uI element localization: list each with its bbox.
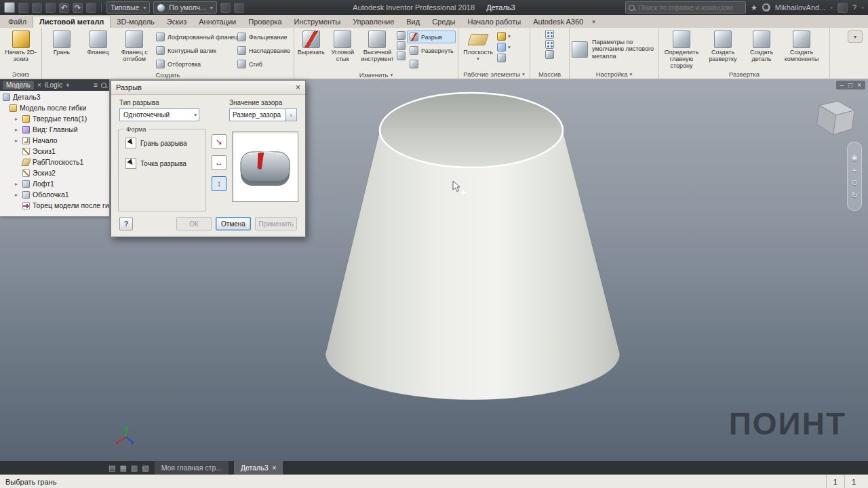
- chevron-down-icon[interactable]: ▾: [508, 33, 511, 39]
- group-label-work-features[interactable]: Рабочие элементы ▾: [458, 69, 530, 79]
- split-icon[interactable]: [397, 41, 406, 50]
- tab-sheet-metal[interactable]: Листовой металл: [33, 16, 111, 28]
- unfold-button[interactable]: Развернуть: [407, 44, 456, 57]
- help-search-box[interactable]: [625, 1, 746, 14]
- face-button[interactable]: Грань: [44, 29, 79, 70]
- flip-direction-button-1[interactable]: ↘: [212, 134, 226, 149]
- bend-button[interactable]: Сгиб: [235, 58, 292, 70]
- grid-view-icon[interactable]: ▦: [119, 464, 126, 472]
- ucs-icon[interactable]: [497, 54, 506, 62]
- tab-environments[interactable]: Среды: [426, 16, 461, 28]
- tree-node-sketch1[interactable]: ▸ Эскиз1: [0, 146, 109, 157]
- tree-node-loft1[interactable]: ▸ Лофт1: [0, 178, 109, 189]
- tree-node-folded-model[interactable]: Модель после гибки: [0, 102, 109, 113]
- sheet-metal-defaults-button[interactable]: Параметры по умолчанию листового металла: [589, 38, 656, 60]
- zoom-icon[interactable]: ⊙: [851, 178, 857, 187]
- work-point-icon[interactable]: [497, 43, 506, 52]
- favorites-star-icon[interactable]: ★: [751, 3, 757, 12]
- make-components-button[interactable]: Создать компоненты: [781, 29, 823, 70]
- browser-tab-model[interactable]: Модель: [3, 81, 34, 89]
- thicken-icon[interactable]: [397, 31, 406, 40]
- group-label-sketch[interactable]: Эскиз: [0, 69, 41, 79]
- styles-dropdown[interactable]: Типовые ▾: [106, 1, 150, 14]
- fold-button[interactable]: Фальцевание: [235, 30, 292, 43]
- refold-button[interactable]: [407, 58, 456, 70]
- doc-tab-part3[interactable]: Деталь3 ×: [234, 461, 283, 474]
- viewcube[interactable]: [814, 97, 857, 140]
- browser-tab-ilogic[interactable]: iLogic: [45, 81, 62, 89]
- contour-flange-button[interactable]: Фланец с отгибом: [117, 29, 152, 70]
- redo-icon[interactable]: ↷: [73, 3, 83, 13]
- flip-direction-button-3[interactable]: ↕: [212, 176, 226, 191]
- dialog-close-icon[interactable]: ×: [296, 83, 300, 92]
- rip-point-select-button[interactable]: Точка разрыва: [123, 155, 201, 171]
- expand-chevron-icon[interactable]: ▸: [15, 127, 20, 133]
- inventor-logo-icon[interactable]: [4, 2, 15, 13]
- orbit-icon[interactable]: ↻: [851, 191, 857, 200]
- browser-add-icon[interactable]: +: [66, 81, 70, 89]
- rectangular-pattern-icon[interactable]: [545, 30, 554, 39]
- a-side-button[interactable]: Определить главную сторону: [661, 29, 702, 70]
- circular-pattern-icon[interactable]: [545, 40, 554, 49]
- flip-direction-button-2[interactable]: ↔: [212, 155, 226, 170]
- tab-manage[interactable]: Управление: [347, 16, 400, 28]
- parameters-icon[interactable]: [220, 3, 231, 13]
- cancel-button[interactable]: Отмена: [216, 217, 251, 230]
- search-input[interactable]: [637, 3, 743, 12]
- tree-node-sketch2[interactable]: ▸ Эскиз2: [0, 167, 109, 178]
- vertical-view-icon[interactable]: ▧: [142, 464, 149, 472]
- tree-node-shell1[interactable]: ▸ Оболочка1: [0, 189, 109, 200]
- rip-button[interactable]: Разрыв: [407, 30, 456, 43]
- start-2d-sketch-button[interactable]: Начать 2D-эскиз: [2, 29, 39, 69]
- tree-node-end-of-folded[interactable]: ▸ Торец модели после гибки: [0, 200, 109, 211]
- rip-type-select[interactable]: Одноточечный ▾: [119, 108, 199, 121]
- tab-annotate[interactable]: Аннотации: [193, 16, 242, 28]
- help-icon[interactable]: ?: [852, 3, 856, 12]
- tab-tools[interactable]: Инструменты: [288, 16, 347, 28]
- mirror-icon[interactable]: [545, 50, 554, 59]
- doc-restore-icon[interactable]: □: [848, 81, 852, 89]
- rip-face-select-button[interactable]: Грань разрыва: [123, 135, 201, 151]
- tab-inspect[interactable]: Проверка: [242, 16, 288, 28]
- chevron-down-icon[interactable]: ▾: [508, 44, 511, 50]
- save-icon[interactable]: [45, 3, 56, 13]
- create-flat-pattern-button[interactable]: Создать развертку: [703, 29, 743, 70]
- tab-file[interactable]: Файл: [2, 16, 33, 28]
- material-dropdown[interactable]: По умолч... ▾: [153, 1, 216, 14]
- punch-tool-button[interactable]: Высечной инструмент: [359, 29, 395, 70]
- browser-menu-icon[interactable]: ≡: [94, 81, 98, 89]
- pan-icon[interactable]: +: [852, 166, 856, 174]
- ok-button[interactable]: ОК: [176, 217, 212, 230]
- tree-node-solid-bodies[interactable]: ▸ Твердые тела(1): [0, 113, 109, 124]
- print-icon[interactable]: [86, 3, 96, 13]
- tree-node-root[interactable]: Деталь3: [0, 92, 109, 102]
- make-part-button[interactable]: Создать деталь: [744, 29, 779, 70]
- group-label-pattern[interactable]: Массив: [530, 69, 569, 79]
- ribbon-collapse-button[interactable]: ▾: [848, 30, 863, 43]
- contour-roll-button[interactable]: Контурный валик: [153, 44, 233, 57]
- group-label-setup[interactable]: Настройка ▾: [570, 69, 658, 79]
- doc-tab-home[interactable]: Моя главная стр...: [155, 461, 229, 474]
- group-label-modify[interactable]: Изменить ▾: [294, 70, 458, 79]
- measure-icon[interactable]: [234, 3, 244, 13]
- doc-close-icon[interactable]: ×: [857, 81, 861, 89]
- notifications-icon[interactable]: [837, 3, 848, 13]
- lofted-flange-button[interactable]: Лофтированный фланец: [153, 30, 233, 43]
- chevron-down-icon[interactable]: ▾: [830, 5, 833, 11]
- browser-search-icon[interactable]: [101, 83, 106, 88]
- apply-button[interactable]: Применить: [255, 217, 297, 230]
- doc-tab-close-icon[interactable]: ×: [273, 464, 277, 472]
- tab-a360[interactable]: Autodesk A360: [527, 16, 589, 28]
- tile-view-icon[interactable]: ▤: [108, 464, 115, 472]
- corner-seam-button[interactable]: Угловой стык: [328, 29, 358, 70]
- group-label-flat-pattern[interactable]: Развертка: [659, 70, 829, 79]
- flange-button[interactable]: Фланец: [81, 29, 116, 70]
- chevron-down-icon[interactable]: ▾: [861, 5, 864, 11]
- open-file-icon[interactable]: [32, 3, 42, 13]
- tab-get-started[interactable]: Начало работы: [461, 16, 527, 28]
- horizontal-view-icon[interactable]: ▥: [131, 464, 138, 472]
- expand-chevron-icon[interactable]: ▸: [15, 192, 20, 198]
- browser-close-icon[interactable]: ×: [37, 81, 41, 89]
- derive-button[interactable]: Наследование: [235, 44, 292, 57]
- user-name[interactable]: MikhailovAnd...: [775, 3, 826, 12]
